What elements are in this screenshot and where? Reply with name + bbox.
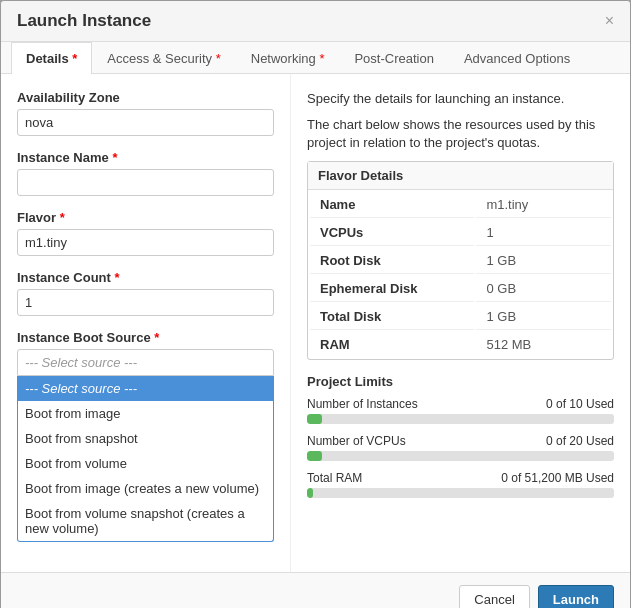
availability-zone-label: Availability Zone [17,90,274,105]
flavor-input[interactable] [17,229,274,256]
dialog-title: Launch Instance [17,11,151,31]
boot-source-static[interactable]: --- Select source --- [17,349,274,376]
close-icon[interactable]: × [605,12,614,30]
instance-name-input[interactable] [17,169,274,196]
instance-name-label: Instance Name * [17,150,274,165]
flavor-label-vcpus: VCPUs [310,220,474,246]
flavor-table: Name m1.tiny VCPUs 1 Root Disk 1 GB Ep [308,190,613,359]
boot-option-snapshot[interactable]: Boot from snapshot [18,426,273,451]
launch-button[interactable]: Launch [538,585,614,608]
availability-zone-input[interactable] [17,109,274,136]
flavor-group: Flavor * [17,210,274,256]
dialog-footer: Cancel Launch [1,572,630,608]
flavor-row-ram: RAM 512 MB [310,332,611,357]
instance-count-input[interactable] [17,289,274,316]
availability-zone-group: Availability Zone [17,90,274,136]
flavor-value-name: m1.tiny [476,192,611,218]
flavor-label-ephemeral-disk: Ephemeral Disk [310,276,474,302]
instance-name-group: Instance Name * [17,150,274,196]
tab-post-creation[interactable]: Post-Creation [339,42,448,74]
tab-networking[interactable]: Networking * [236,42,340,74]
limit-vcpus: Number of VCPUs 0 of 20 Used [307,434,614,461]
boot-option-volume-snapshot-new-volume[interactable]: Boot from volume snapshot (creates a new… [18,501,273,541]
limit-vcpus-label: Number of VCPUs [307,434,406,448]
limit-vcpus-bar-bg [307,451,614,461]
flavor-label-total-disk: Total Disk [310,304,474,330]
flavor-row-vcpus: VCPUs 1 [310,220,611,246]
tab-bar: Details * Access & Security * Networking… [1,42,630,74]
limit-instances-used: 0 of 10 Used [546,397,614,411]
limit-ram-used: 0 of 51,200 MB Used [501,471,614,485]
boot-option-image-new-volume[interactable]: Boot from image (creates a new volume) [18,476,273,501]
tab-details[interactable]: Details * [11,42,92,74]
flavor-label: Flavor * [17,210,274,225]
limit-instances: Number of Instances 0 of 10 Used [307,397,614,424]
limit-ram-bar-fill [307,488,313,498]
boot-option-image[interactable]: Boot from image [18,401,273,426]
limit-ram: Total RAM 0 of 51,200 MB Used [307,471,614,498]
flavor-details-title: Flavor Details [308,162,613,190]
flavor-label-name: Name [310,192,474,218]
flavor-details-box: Flavor Details Name m1.tiny VCPUs 1 Root… [307,161,614,360]
limit-vcpus-used: 0 of 20 Used [546,434,614,448]
flavor-row-root-disk: Root Disk 1 GB [310,248,611,274]
flavor-value-root-disk: 1 GB [476,248,611,274]
flavor-value-total-disk: 1 GB [476,304,611,330]
intro-line1: Specify the details for launching an ins… [307,90,614,108]
limit-instances-label: Number of Instances [307,397,418,411]
tab-advanced-options[interactable]: Advanced Options [449,42,585,74]
flavor-value-vcpus: 1 [476,220,611,246]
limit-instances-bar-fill [307,414,322,424]
flavor-label-ram: RAM [310,332,474,357]
dialog-body: Availability Zone Instance Name * Flavor… [1,74,630,572]
flavor-label-root-disk: Root Disk [310,248,474,274]
boot-source-dropdown: --- Select source --- Boot from image Bo… [17,376,274,542]
dialog-header: Launch Instance × [1,1,630,42]
flavor-row-ephemeral-disk: Ephemeral Disk 0 GB [310,276,611,302]
limit-ram-bar-bg [307,488,614,498]
cancel-button[interactable]: Cancel [459,585,529,608]
project-limits-title: Project Limits [307,374,614,389]
instance-count-group: Instance Count * [17,270,274,316]
launch-instance-dialog: Launch Instance × Details * Access & Sec… [0,0,631,608]
right-panel: Specify the details for launching an ins… [291,74,630,572]
flavor-value-ram: 512 MB [476,332,611,357]
flavor-row-name: Name m1.tiny [310,192,611,218]
tab-access-security[interactable]: Access & Security * [92,42,235,74]
boot-option-volume[interactable]: Boot from volume [18,451,273,476]
left-panel: Availability Zone Instance Name * Flavor… [1,74,291,572]
boot-option-select-source[interactable]: --- Select source --- [18,376,273,401]
limit-vcpus-bar-fill [307,451,322,461]
flavor-row-total-disk: Total Disk 1 GB [310,304,611,330]
boot-source-group: Instance Boot Source * --- Select source… [17,330,274,542]
instance-count-label: Instance Count * [17,270,274,285]
flavor-value-ephemeral-disk: 0 GB [476,276,611,302]
boot-source-label: Instance Boot Source * [17,330,274,345]
limit-instances-bar-bg [307,414,614,424]
limit-ram-label: Total RAM [307,471,362,485]
intro-line2: The chart below shows the resources used… [307,116,614,152]
